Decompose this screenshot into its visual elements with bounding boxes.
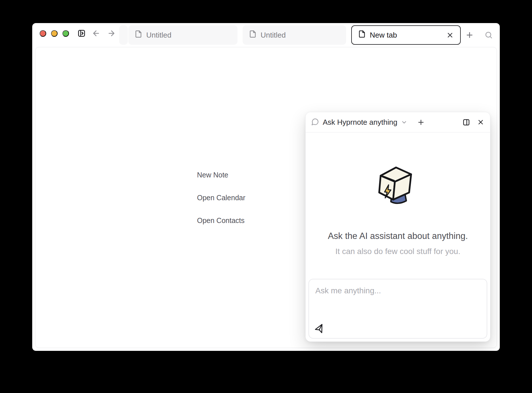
arrow-left-icon [92,34,100,38]
assistant-panel-header: Ask Hyprnote anything [306,112,490,132]
titlebar: Untitled Untitled New tab [32,23,500,47]
assistant-input[interactable] [309,279,487,338]
search-button[interactable] [484,31,493,39]
assistant-heading: Ask the AI assistant about anything. [328,231,468,241]
new-note-link[interactable]: New Note [197,170,245,179]
message-circle-icon [311,118,319,127]
assistant-subheading: It can also do few cool stuff for you. [335,247,460,256]
plus-icon [465,36,474,40]
tab-close-button[interactable] [446,31,454,39]
tab-untitled-1[interactable]: Untitled [128,25,237,45]
close-icon [477,122,484,127]
file-icon [358,30,366,40]
split-view-button[interactable] [462,118,470,126]
search-icon [484,36,493,40]
tab-untitled-2[interactable]: Untitled [243,25,346,45]
window-zoom-button[interactable] [62,30,69,37]
file-icon [249,30,257,40]
tab-strip-edge [119,25,128,45]
open-calendar-link[interactable]: Open Calendar [197,193,245,202]
sidebar-toggle-button[interactable] [77,29,86,38]
window-close-button[interactable] [40,30,46,37]
new-tab-button[interactable] [465,31,474,39]
tab-new-tab-active[interactable]: New tab [351,25,461,45]
send-icon [315,331,324,335]
panel-close-button[interactable] [477,118,484,126]
forward-button[interactable] [107,29,116,38]
split-view-icon [462,123,470,127]
tab-label: Untitled [261,31,286,40]
chevron-down-icon [401,122,407,126]
open-contacts-link[interactable]: Open Contacts [197,216,245,225]
window-minimize-button[interactable] [51,30,58,37]
tab-label: Untitled [146,31,171,40]
send-button[interactable] [315,325,324,334]
close-icon [446,36,454,40]
assistant-panel-title: Ask Hyprnote anything [323,118,397,127]
cube-robot-illustration [377,164,419,208]
file-icon [135,30,142,40]
assistant-empty-state: Ask the AI assistant about anything. It … [306,132,490,279]
conversation-select-button[interactable] [401,119,407,126]
plus-icon [417,123,425,127]
app-window: Untitled Untitled New tab [32,23,500,351]
assistant-input-container [308,279,487,339]
tab-label: New tab [370,31,397,40]
new-chat-button[interactable] [417,118,425,126]
sidebar-toggle-icon [77,34,86,38]
arrow-right-icon [107,34,116,38]
ai-assistant-panel: Ask Hyprnote anything [305,112,490,342]
back-button[interactable] [92,29,100,38]
quick-links: New Note Open Calendar Open Contacts [197,170,245,225]
